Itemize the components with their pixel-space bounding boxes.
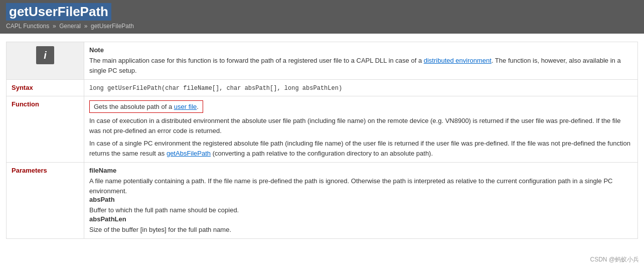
function-summary: Gets the absolute path of a user file. [89,100,203,113]
function-label-cell: Function [7,96,84,163]
param-abspathlen-desc: Size of the buffer [in bytes] for the fu… [89,225,632,235]
page-header: getUserFilePath CAPL Functions » General… [0,0,644,34]
param-filename-name: fileName [89,167,632,174]
param-abspath-desc: Buffer to which the full path name shoul… [89,205,632,215]
param-abspathlen-name: absPathLen [89,215,632,223]
breadcrumb-capl[interactable]: CAPL Functions [6,23,49,30]
note-content-cell: Note The main application case for this … [84,42,638,80]
get-abs-file-path-link[interactable]: getAbsFilePath [167,150,211,157]
function-summary-text: Gets the absolute path of a [94,103,174,110]
breadcrumb-general[interactable]: General [59,23,81,30]
breadcrumb: CAPL Functions » General » getUserFilePa… [6,23,638,30]
note-icon-cell: i [7,42,84,80]
main-content: i Note The main application case for thi… [0,34,644,247]
syntax-code: long getUserFilePath(char fileName[], ch… [89,85,342,92]
note-text-part1: The main application case for this funct… [89,57,424,64]
param-filename-desc: A file name potentially containing a pat… [89,176,632,196]
function-summary-end: . [197,103,199,110]
parameters-row: Parameters fileName A file name potentia… [7,163,638,239]
function-row: Function Gets the absolute path of a use… [7,96,638,163]
syntax-label: Syntax [12,84,33,91]
function-para2: In case of a single PC environment the r… [89,139,632,158]
param-abspath-name: absPath [89,196,632,203]
parameters-label: Parameters [12,167,47,174]
parameters-content-cell: fileName A file name potentially contain… [84,163,638,239]
syntax-content-cell: long getUserFilePath(char fileName[], ch… [84,80,638,96]
param-abspath: absPath Buffer to which the full path na… [89,196,632,215]
syntax-row: Syntax long getUserFilePath(char fileNam… [7,80,638,96]
param-abspathlen: absPathLen Size of the buffer [in bytes]… [89,215,632,235]
note-text: The main application case for this funct… [89,56,632,75]
doc-table: i Note The main application case for thi… [6,42,638,239]
parameters-label-cell: Parameters [7,163,84,239]
function-para2-end: (converting a path relative to the confi… [211,150,433,157]
page-title: getUserFilePath [6,3,111,21]
note-title: Note [89,46,632,54]
function-para1: In case of execution in a distributed en… [89,116,632,136]
user-file-link[interactable]: user file [174,103,197,110]
breadcrumb-current: getUserFilePath [91,23,134,30]
function-content-cell: Gets the absolute path of a user file. I… [84,96,638,163]
syntax-label-cell: Syntax [7,80,84,96]
info-icon: i [36,46,54,64]
function-label: Function [12,100,39,108]
distributed-environment-link[interactable]: distributed environment [424,57,492,64]
note-row: i Note The main application case for thi… [7,42,638,80]
param-filename: fileName A file name potentially contain… [89,167,632,196]
